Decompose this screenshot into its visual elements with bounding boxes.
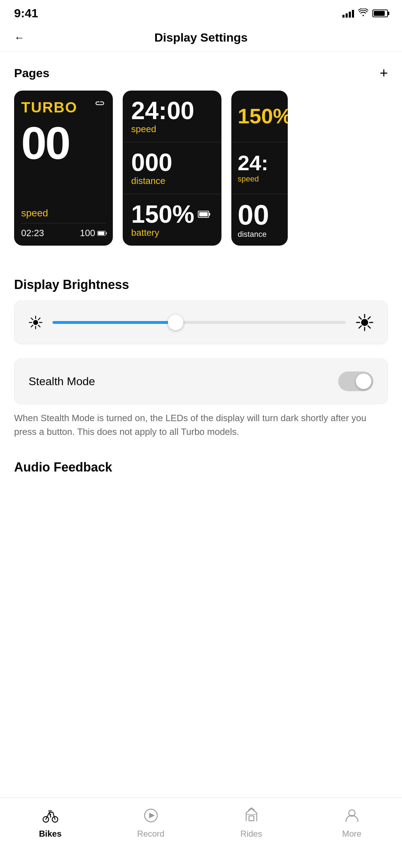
bikes-icon [40, 805, 61, 826]
tab-more[interactable]: More [302, 805, 402, 839]
svg-marker-22 [149, 813, 155, 818]
card2-speed-label: speed [131, 124, 156, 135]
brightness-section: Display Brightness [0, 263, 402, 404]
brightness-min-icon [29, 315, 43, 330]
pages-scroll[interactable]: TURBO 00 speed 02:23 100 24:00 [0, 91, 402, 263]
brightness-title: Display Brightness [14, 277, 388, 292]
tab-record[interactable]: Record [100, 805, 201, 839]
signal-bars-icon [342, 9, 354, 18]
audio-feedback-title: Audio Feedback [14, 460, 388, 475]
pages-label: Pages [14, 66, 49, 80]
svg-line-16 [368, 317, 371, 319]
tab-rides-label: Rides [240, 829, 262, 839]
card3-pct-value: 150% [238, 106, 288, 127]
card2-distance-label: distance [131, 176, 165, 186]
stealth-mode-toggle[interactable] [338, 371, 373, 391]
main-content: Pages + TURBO 00 speed 02:23 100 [0, 52, 402, 552]
record-icon [140, 805, 162, 826]
card3-speed-value: 24: [238, 153, 268, 174]
tab-bikes-label: Bikes [39, 829, 61, 839]
status-bar: 9:41 [0, 0, 402, 24]
audio-feedback-section: Audio Feedback [0, 453, 402, 475]
tab-record-label: Record [137, 829, 164, 839]
stealth-description: When Stealth Mode is turned on, the LEDs… [0, 411, 402, 453]
wifi-icon [358, 8, 368, 18]
svg-line-17 [359, 326, 361, 328]
tab-rides[interactable]: Rides [201, 805, 302, 839]
stealth-mode-container: Stealth Mode [14, 358, 388, 404]
more-icon [341, 805, 363, 826]
card2-battery-icon [198, 211, 209, 218]
card2-distance-value: 000 [131, 150, 172, 175]
svg-point-9 [361, 319, 368, 326]
turbo-label: TURBO [21, 99, 77, 116]
brightness-slider[interactable] [53, 321, 346, 324]
brightness-slider-container [14, 301, 388, 344]
brightness-max-icon [356, 314, 373, 331]
display-card-1[interactable]: TURBO 00 speed 02:23 100 [14, 91, 113, 246]
svg-point-0 [33, 320, 38, 325]
toggle-knob [356, 374, 371, 389]
svg-line-8 [31, 325, 33, 327]
link-icon [95, 99, 106, 113]
tab-more-label: More [342, 829, 361, 839]
battery-icon [372, 10, 388, 17]
svg-line-14 [359, 317, 361, 319]
nav-header: ← Display Settings [0, 24, 402, 52]
svg-line-5 [31, 318, 33, 320]
card1-big-number: 00 [21, 120, 106, 166]
tab-bar: Bikes Record Rides More [0, 798, 402, 868]
pages-header: Pages + [0, 52, 402, 91]
svg-line-7 [38, 318, 40, 320]
rides-icon [241, 805, 262, 826]
tab-bikes[interactable]: Bikes [0, 805, 100, 839]
card2-speed-value: 24:00 [131, 98, 194, 123]
card2-battery-label: battery [131, 227, 159, 238]
page-title: Display Settings [154, 31, 248, 44]
status-time: 9:41 [14, 6, 38, 20]
stealth-mode-label: Stealth Mode [29, 375, 95, 388]
card3-distance-value: 00 [238, 201, 269, 229]
card3-distance-label: distance [238, 230, 267, 239]
svg-line-6 [38, 325, 40, 327]
back-button[interactable]: ← [14, 32, 25, 44]
add-page-button[interactable]: + [380, 66, 388, 80]
display-card-2[interactable]: 24:00 speed 000 distance 150% battery [123, 91, 221, 246]
card2-battery-value: 150% [131, 202, 194, 227]
card3-speed-label: speed [238, 174, 259, 184]
svg-rect-23 [249, 816, 254, 821]
card1-speed-label: speed [21, 208, 106, 219]
svg-point-20 [50, 814, 51, 815]
status-icons [342, 8, 388, 18]
card1-battery: 100 [80, 228, 106, 239]
display-card-3[interactable]: 150% 24: speed 00 distance [231, 91, 288, 246]
card1-time: 02:23 [21, 228, 44, 239]
svg-line-15 [368, 326, 371, 328]
